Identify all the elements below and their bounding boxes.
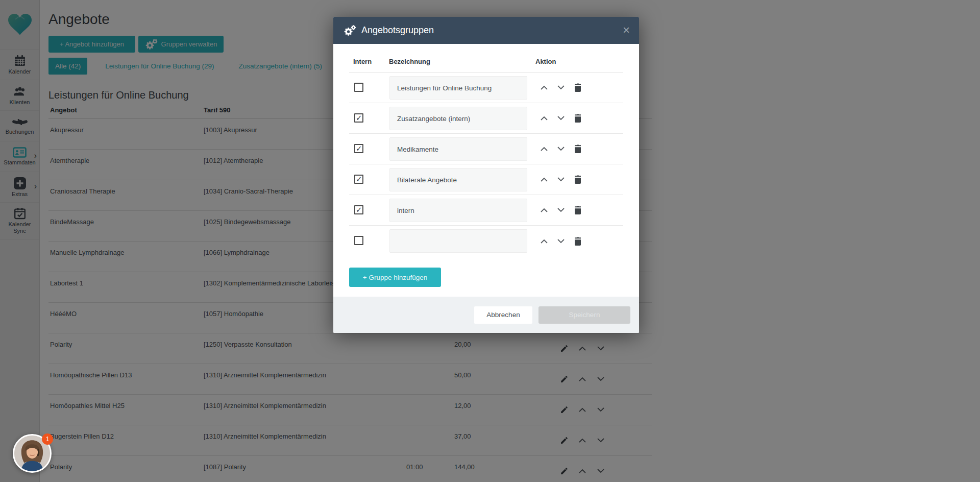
group-row	[349, 73, 623, 103]
group-actions	[539, 103, 583, 133]
group-table-header: Intern Bezeichnung Aktion	[349, 44, 623, 73]
gears-icon	[344, 25, 356, 36]
delete-icon[interactable]	[573, 175, 583, 185]
delete-icon[interactable]	[573, 144, 583, 154]
modal-footer: Abbrechen Speichern	[333, 297, 639, 333]
intern-checkbox[interactable]	[354, 83, 363, 92]
group-actions	[539, 164, 583, 195]
cancel-button[interactable]: Abbrechen	[474, 306, 532, 324]
group-row	[349, 195, 623, 226]
group-name-input[interactable]	[389, 76, 527, 100]
move-down-icon[interactable]	[556, 205, 566, 215]
delete-icon[interactable]	[573, 83, 583, 93]
move-down-icon[interactable]	[556, 83, 566, 93]
intern-checkbox[interactable]	[354, 144, 363, 153]
col-aktion: Aktion	[535, 58, 556, 65]
group-name-input[interactable]	[389, 199, 527, 222]
group-actions	[539, 226, 583, 256]
intern-checkbox[interactable]	[354, 205, 363, 214]
group-row	[349, 226, 623, 256]
chat-widget[interactable]: 1	[13, 434, 52, 473]
col-intern: Intern	[353, 58, 372, 65]
intern-checkbox[interactable]	[354, 113, 363, 123]
move-up-icon[interactable]	[539, 144, 549, 154]
notification-badge: 1	[42, 433, 53, 445]
group-actions	[539, 73, 583, 103]
group-row	[349, 134, 623, 164]
group-name-input[interactable]	[389, 229, 527, 253]
modal-body: Intern Bezeichnung Aktion + Gruppe hinzu…	[333, 44, 639, 287]
group-actions	[539, 195, 583, 225]
move-down-icon[interactable]	[556, 175, 566, 185]
group-name-input[interactable]	[389, 137, 527, 161]
add-group-button[interactable]: + Gruppe hinzufügen	[349, 268, 441, 287]
group-name-input[interactable]	[389, 168, 527, 191]
col-bezeichnung: Bezeichnung	[389, 58, 430, 65]
move-up-icon[interactable]	[539, 236, 549, 246]
delete-icon[interactable]	[573, 205, 583, 215]
move-down-icon[interactable]	[556, 144, 566, 154]
move-up-icon[interactable]	[539, 205, 549, 215]
modal-title: Angebotsgruppen	[361, 25, 434, 36]
group-name-input[interactable]	[389, 107, 527, 130]
delete-icon[interactable]	[573, 236, 583, 246]
move-down-icon[interactable]	[556, 113, 566, 124]
group-row	[349, 164, 623, 195]
intern-checkbox[interactable]	[354, 175, 363, 184]
angebotsgruppen-modal: Angebotsgruppen × Intern Bezeichnung Akt…	[333, 17, 639, 333]
move-up-icon[interactable]	[539, 113, 549, 124]
group-actions	[539, 134, 583, 164]
move-down-icon[interactable]	[556, 236, 566, 246]
save-button[interactable]: Speichern	[538, 306, 630, 324]
intern-checkbox[interactable]	[354, 236, 363, 245]
modal-header: Angebotsgruppen ×	[333, 17, 639, 44]
move-up-icon[interactable]	[539, 83, 549, 93]
group-row	[349, 103, 623, 134]
close-icon[interactable]: ×	[621, 22, 632, 38]
move-up-icon[interactable]	[539, 175, 549, 185]
delete-icon[interactable]	[573, 113, 583, 124]
